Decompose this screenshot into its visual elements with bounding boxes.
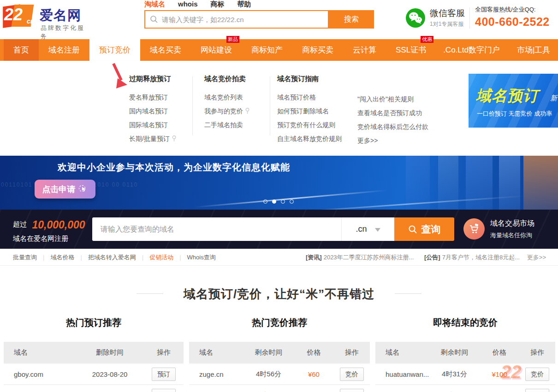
nav-trademark-ip[interactable]: 商标知产 <box>242 39 292 61</box>
header-search-button[interactable]: 搜索 <box>329 10 374 29</box>
col-header-time-left: 剩余时间 <box>429 348 480 357</box>
menu-reserve-price[interactable]: 域名预订价格 <box>277 94 342 100</box>
news-more-link[interactable]: 更多>> <box>527 249 546 266</box>
quick-links: 批量查询| 域名价格| 把域名转入爱名网| 促销活动| Whois查询 <box>13 249 216 266</box>
table-hot-biddings: 域名 剩余时间 价格 操作 zuge.cn 4时56分 ¥60 竞价 4时51分… <box>189 342 370 392</box>
site-logo[interactable]: 22 cn 爱名网 品牌数字化服务 <box>3 3 86 33</box>
news-text: 7月客户节，域名注册8元起... <box>442 253 520 262</box>
menu-more-link[interactable]: 更多>> <box>357 137 428 144</box>
dropdown-col-guide: 域名预订指南 域名预订价格 如何预订删除域名 预订竞价有什么规则 自主域名释放竞… <box>277 75 342 149</box>
menu-bidding-list[interactable]: 域名竞价列表 <box>204 94 249 100</box>
nav-website-label: 网站建设 <box>201 45 232 55</box>
nav-domain-trade[interactable]: 域名买卖 <box>140 39 191 61</box>
query-button[interactable]: 查询 <box>394 217 454 241</box>
bid-button[interactable]: 竞价 <box>525 389 549 392</box>
menu-payment-after-win[interactable]: 竞价域名得标后怎么付款 <box>357 123 428 130</box>
nav-website-build[interactable]: 网站建设 新品 <box>191 39 242 61</box>
nav-home[interactable]: 首页 <box>4 39 39 61</box>
menu-how-to-reserve[interactable]: 如何预订删除域名 <box>277 108 342 114</box>
table3-title: 即将结束的竞价 <box>375 316 555 329</box>
nav-reserve-bidding[interactable]: 预订竞价 <box>89 39 140 61</box>
bid-button[interactable]: 竞价 <box>340 389 364 392</box>
col-header-delete-time: 删除时间 <box>76 348 144 357</box>
bid-button[interactable]: 竞价 <box>525 368 549 381</box>
domain-cell: gboy.com <box>4 370 76 378</box>
table-row: huatuanwan... 4时31分 ¥100 竞价 <box>375 363 555 384</box>
carousel-dot-3[interactable] <box>281 199 285 204</box>
dropdown-divider <box>270 76 270 135</box>
domain-query-bar: 超过 10,000,000 域名在爱名网注册 .cn 查询 <box>0 210 558 249</box>
skyline-decoration <box>499 156 520 210</box>
news-tag: [公告] <box>424 253 440 262</box>
separator: | <box>80 254 82 261</box>
dropdown-col3-title: 域名预订指南 <box>277 75 342 82</box>
menu-international-reserve[interactable]: 国际域名预订 <box>129 122 176 128</box>
nav-register[interactable]: 域名注册 <box>39 39 89 61</box>
delete-time-cell: 2023-08-20 <box>76 370 144 378</box>
col-header-domain: 域名 <box>189 348 243 357</box>
reserve-bidding-section: 域名预订/竞价，让好“米”不再错过 热门预订推荐 热门竞价推荐 即将结束的竞价 … <box>0 266 558 392</box>
nav-cloud[interactable]: 云计算 <box>343 39 386 61</box>
nav-trademark-trade[interactable]: 商标买卖 <box>292 39 343 61</box>
discount-badge: 优惠 <box>421 36 433 43</box>
nav-market-tools[interactable]: 市场|工具 <box>507 39 558 61</box>
page: 22 cn 爱名网 品牌数字化服务 淘域名 whois 商标 帮助 搜索 <box>0 0 558 392</box>
logo-mark: 22 cn <box>3 4 37 30</box>
carousel-dot-1[interactable] <box>263 199 267 204</box>
apply-now-button[interactable]: 点击申请 <box>35 180 95 199</box>
mini-nav-trademark[interactable]: 商标 <box>211 0 225 9</box>
dropdown-col-auction: 域名竞价拍卖 域名竞价列表 我参与的竞价 二手域名拍卖 <box>204 75 249 135</box>
menu-aiming-release-reserve[interactable]: 爱名释放预订 <box>129 94 176 100</box>
news-item-notice[interactable]: [公告] 7月客户节，域名注册8元起... <box>424 249 520 266</box>
menu-my-biddings[interactable]: 我参与的竞价 <box>204 108 249 114</box>
menu-check-reserve-success[interactable]: 查看域名是否预订成功 <box>357 110 428 116</box>
shopping-cart-icon <box>463 218 485 240</box>
tld-select[interactable]: .cn <box>341 217 394 241</box>
apply-now-label: 点击申请 <box>42 184 76 195</box>
tld-selected-value: .cn <box>356 224 367 234</box>
mini-nav-help[interactable]: 帮助 <box>237 0 251 9</box>
menu-self-release-rules[interactable]: 自主域名释放竞价规则 <box>277 135 342 142</box>
query-magnifier-icon <box>408 225 417 234</box>
link-promotions[interactable]: 促销活动 <box>149 253 173 262</box>
carousel-dot-2[interactable] <box>272 199 276 204</box>
menu-secondhand-auction[interactable]: 二手域名拍卖 <box>204 122 249 128</box>
reserve-button[interactable]: 预订 <box>152 368 176 381</box>
nav-coltd[interactable]: .Co.Ltd数字门户 <box>436 39 507 61</box>
time-left-cell: 4时56分 <box>243 370 294 379</box>
table-ending-soon: 域名 剩余时间 价格 操作 huatuanwan... 4时31分 ¥100 竞… <box>375 342 555 392</box>
link-domain-price[interactable]: 域名价格 <box>50 253 74 262</box>
header-search: 搜索 <box>144 10 374 29</box>
reserve-button[interactable]: 预订 <box>152 389 176 392</box>
table-row: f6f6f6... 4时31分 ¥400 竞价 <box>375 384 555 392</box>
domain-market-link[interactable]: 域名交易市场 海量域名任你淘 <box>463 218 534 240</box>
mini-nav-whois[interactable]: whois <box>178 0 198 9</box>
market-title: 域名交易市场 <box>490 219 534 228</box>
reserve-dropdown-panel: 过期释放预订 爱名释放预订 国内域名预订 国际域名预订 长期/批量预订 域名竞价… <box>0 61 558 156</box>
header-search-input[interactable] <box>162 16 328 23</box>
nav-ssl[interactable]: SSL证书 优惠 <box>386 39 436 61</box>
nav-ssl-label: SSL证书 <box>396 45 426 55</box>
hero-carousel-banner[interactable]: 00110101 00 0110 10110 001010 00 0110 欢迎… <box>0 156 558 210</box>
news-item-info[interactable]: [资讯] 2023年二季度江苏苏州商标注册... <box>306 249 414 266</box>
new-product-badge: 新品 <box>226 36 239 43</box>
bid-button[interactable]: 竞价 <box>340 368 364 381</box>
mini-nav-taodomain[interactable]: 淘域名 <box>144 0 165 9</box>
menu-break-in-rules[interactable]: "闯入出价"相关规则 <box>357 96 428 102</box>
menu-batch-reserve[interactable]: 长期/批量预订 <box>129 135 176 142</box>
link-whois-query[interactable]: Whois查询 <box>187 253 216 262</box>
carousel-dot-4[interactable] <box>290 199 294 204</box>
ad-banner-badge: 新 <box>550 94 557 103</box>
wechat-service[interactable]: 微信客服 1对1专属客服 <box>406 7 465 28</box>
menu-bidding-rules[interactable]: 预订竞价有什么规则 <box>277 122 342 128</box>
domain-reserve-ad-banner[interactable]: 域名预订 新 一口价预订 无需竞价 成功率 <box>469 74 558 128</box>
search-icon <box>150 15 158 23</box>
separator: | <box>179 254 181 261</box>
link-transfer-in[interactable]: 把域名转入爱名网 <box>88 253 136 262</box>
domain-query-input[interactable] <box>92 225 341 234</box>
link-batch-query[interactable]: 批量查询 <box>13 253 37 262</box>
wechat-icon <box>406 8 425 28</box>
ad-banner-subtitle: 一口价预订 无需竞价 成功率 <box>477 110 552 118</box>
menu-domestic-reserve[interactable]: 国内域名预订 <box>129 108 176 114</box>
table-header-row: 域名 删除时间 操作 <box>4 342 184 363</box>
